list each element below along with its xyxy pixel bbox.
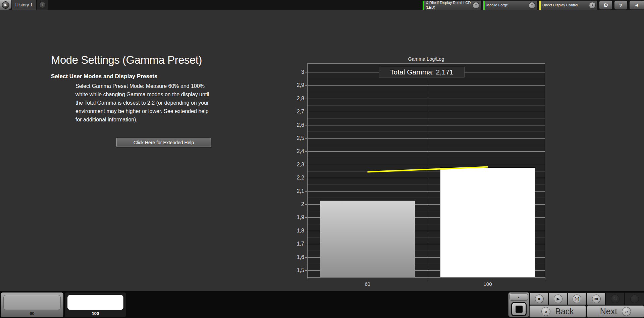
- refresh-icon: ↻: [613, 295, 618, 302]
- page-subtitle: Select User Modes and Display Presets: [51, 73, 157, 80]
- y-tick-label: 2,9: [287, 82, 304, 88]
- total-gamma-readout: Total Gamma: 2,171: [379, 67, 465, 77]
- continuous-read-button[interactable]: ∞: [587, 293, 605, 305]
- swatch-card-100[interactable]: 100: [65, 293, 126, 317]
- display-dropdown[interactable]: Direct Display Control ▼: [539, 0, 597, 10]
- play-icon: ▶: [556, 297, 559, 301]
- run-button[interactable]: ▶: [2, 1, 9, 9]
- y-tick-label: 2: [287, 201, 304, 207]
- settings-button[interactable]: ⚙: [599, 0, 612, 10]
- y-tick: [305, 257, 307, 258]
- y-tick-label: 1,9: [287, 214, 304, 220]
- y-tick-label: 1,7: [287, 241, 304, 247]
- refresh-button[interactable]: ↻: [606, 293, 625, 305]
- y-tick: [305, 85, 307, 86]
- record-button[interactable]: [625, 293, 644, 305]
- y-tick: [305, 178, 307, 178]
- y-tick: [305, 138, 307, 139]
- y-tick-label: 2,2: [287, 175, 304, 181]
- chevrons-right-icon: »: [622, 307, 631, 316]
- tab-history-1[interactable]: History 1: [12, 0, 37, 10]
- y-tick: [305, 217, 307, 218]
- stop-measure-button[interactable]: ■: [530, 293, 548, 305]
- y-tick: [305, 99, 307, 99]
- display-dropdown-label: Direct Display Control: [541, 3, 589, 7]
- y-tick-label: 2,8: [287, 96, 304, 102]
- plus-icon: +: [39, 2, 46, 8]
- y-tick-label: 1,6: [287, 254, 304, 260]
- swatch-card-60[interactable]: 60: [1, 293, 63, 317]
- y-tick-label: 1,5: [287, 267, 304, 273]
- play-measure-button[interactable]: ▶: [549, 293, 568, 305]
- gray-swatch: [3, 295, 61, 310]
- next-label: Next: [600, 307, 617, 316]
- pattern-panel: ▲: [508, 292, 529, 317]
- infinity-icon: ∞: [594, 296, 598, 302]
- y-tick-label: 2,4: [287, 148, 304, 154]
- chevron-down-icon: ▼: [589, 2, 596, 9]
- help-button[interactable]: ?: [614, 0, 628, 10]
- y-tick: [305, 191, 307, 192]
- y-tick: [305, 72, 307, 72]
- y-tick-label: 2,1: [287, 188, 304, 194]
- tab-history-label: History 1: [15, 2, 33, 7]
- x-tick-label: 100: [483, 281, 492, 287]
- y-tick: [305, 165, 307, 165]
- extended-help-button[interactable]: Click Here for Extended Help: [116, 138, 211, 147]
- pattern-square-icon: [516, 306, 523, 313]
- y-tick: [305, 244, 307, 244]
- y-tick: [305, 231, 307, 231]
- y-tick-label: 1,8: [287, 228, 304, 234]
- add-tab-button[interactable]: +: [37, 0, 48, 10]
- white-swatch: [67, 295, 123, 310]
- y-tick-label: 2,5: [287, 135, 304, 141]
- instructions-text: Select Gamma Preset Mode: Measure 60% an…: [75, 82, 263, 124]
- back-label: Back: [555, 307, 574, 316]
- swatch-label: 100: [65, 311, 126, 316]
- chevron-down-icon: ▼: [529, 2, 535, 9]
- pattern-window-button[interactable]: [511, 302, 527, 316]
- gamma-chart-plot: Total Gamma: 2,171 32,92,82,72,62,52,42,…: [307, 63, 545, 278]
- chevron-down-icon: ▼: [473, 2, 479, 9]
- y-tick: [305, 270, 307, 271]
- top-bar: ▶ History 1 + X-Rite i1Display Retail LC…: [0, 0, 644, 10]
- run-tab: ▶: [0, 0, 11, 10]
- gamma-trend-line: [308, 64, 545, 278]
- up-arrow-icon: ▲: [517, 296, 520, 299]
- y-tick: [305, 125, 307, 125]
- y-tick-label: 2,6: [287, 122, 304, 128]
- extended-help-label: Click Here for Extended Help: [133, 140, 194, 145]
- next-button[interactable]: Next »: [587, 305, 644, 318]
- chart-title: Gamma Log/Log: [307, 56, 545, 62]
- single-read-icon: [•]: [575, 297, 579, 301]
- gear-icon: ⚙: [603, 2, 608, 8]
- back-button[interactable]: « Back: [529, 305, 586, 318]
- swatch-label: 60: [1, 311, 63, 316]
- single-read-button[interactable]: [•]: [568, 293, 586, 305]
- source-dropdown-label: Mobile Forge: [485, 3, 529, 7]
- y-tick: [305, 151, 307, 152]
- stop-icon: ■: [538, 297, 540, 301]
- y-tick: [305, 112, 307, 112]
- collapse-up-button[interactable]: ▲: [509, 294, 528, 301]
- meter-dropdown[interactable]: X-Rite i1Display Retail LCD (LED) ▼: [422, 0, 481, 10]
- app-window: ▶ History 1 + X-Rite i1Display Retail LC…: [0, 0, 644, 318]
- chevron-left-icon: ◀: [635, 3, 638, 7]
- chevrons-left-icon: «: [541, 307, 550, 316]
- y-tick-label: 2,7: [287, 109, 304, 115]
- y-tick-label: 2,3: [287, 162, 304, 168]
- collapse-panel-button[interactable]: ◀: [629, 0, 644, 10]
- y-tick-label: 3: [287, 69, 304, 75]
- play-icon: ▶: [4, 3, 7, 7]
- question-icon: ?: [619, 2, 622, 8]
- x-tick-label: 60: [365, 281, 370, 287]
- source-dropdown[interactable]: Mobile Forge ▼: [483, 0, 537, 10]
- meter-dropdown-label: X-Rite i1Display Retail LCD (LED): [424, 1, 473, 9]
- page-title: Mode Settings (Gamma Preset): [51, 54, 202, 66]
- bottom-bar: 60 100 ▲ ■ ▶ [•] ∞ ↻: [0, 291, 644, 318]
- y-tick: [305, 204, 307, 205]
